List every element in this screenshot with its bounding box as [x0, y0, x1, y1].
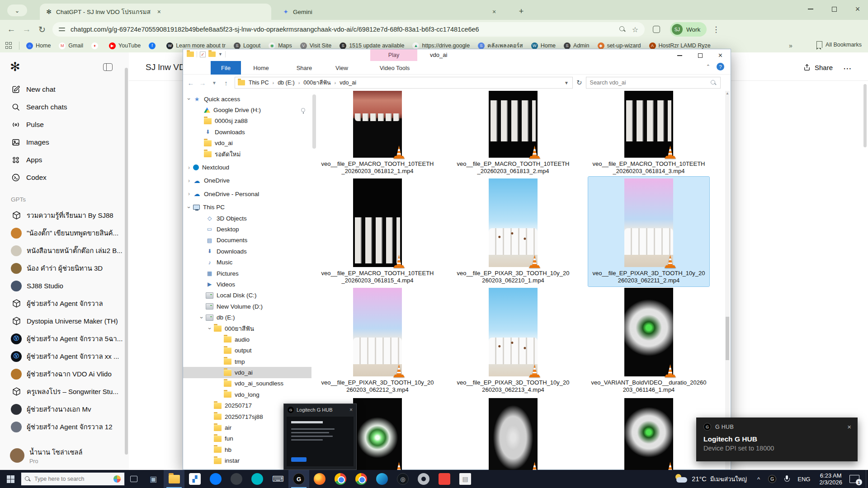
ghub-preview-popup[interactable]: G Logitech G HUB × [283, 404, 357, 470]
taskbar-app-icon[interactable] [226, 470, 247, 488]
all-bookmarks-button[interactable]: All Bookmarks [816, 41, 862, 48]
popup-close-icon[interactable]: × [349, 407, 353, 413]
file-item[interactable] [588, 396, 709, 470]
tab-close-icon[interactable]: × [490, 8, 498, 16]
ribbon-collapse-icon[interactable]: ⌃ [706, 64, 710, 70]
file-item[interactable]: veo__file_EP_MACRO_TOOTH_10TEETH_2026020… [317, 89, 438, 177]
action-center-icon[interactable]: 1 [849, 475, 859, 483]
explorer-search-input[interactable] [590, 80, 703, 86]
gpt-list-item[interactable]: Dystopia Universe Maker (TH) [0, 312, 127, 330]
sidebar-toggle-icon[interactable] [103, 63, 113, 71]
gpt-list-item[interactable]: รวมความรู้ที่เรียนมา By SJ88 [0, 206, 127, 224]
tree-item[interactable]: ▦ Pictures [183, 268, 311, 279]
bookmark-item[interactable]: ⌂ Home [26, 42, 51, 49]
taskbar-search-box[interactable] [21, 472, 125, 486]
tree-item[interactable]: tmp [183, 356, 311, 367]
recent-locations-icon[interactable]: ▼ [208, 80, 220, 85]
tree-item[interactable]: vdo_long [183, 389, 311, 400]
extensions-icon[interactable] [653, 26, 660, 33]
checkbox-icon[interactable]: ✓ [200, 52, 206, 57]
file-item[interactable]: veo__file_EP_PIXAR_3D_TOOTH_10y_20260203… [317, 286, 438, 396]
gpt-list-item[interactable]: ผู้ช่วยสร้างฉาก VDO Ai Vlido [0, 365, 127, 383]
tree-expander-icon[interactable] [186, 164, 192, 171]
files-scrollbar[interactable]: ▲ [725, 91, 730, 469]
address-bar[interactable]: ☆ [52, 22, 645, 37]
address-dropdown-icon[interactable]: ▼ [564, 80, 572, 85]
tree-expander-icon[interactable] [186, 191, 192, 197]
weather-widget[interactable]: 21°C มีเมฆส่วนใหญ่ [675, 474, 747, 484]
tree-item[interactable]: This PC [183, 202, 311, 213]
tab-close-icon[interactable]: × [155, 8, 163, 16]
file-item[interactable] [453, 396, 574, 470]
taskbar-app-icon[interactable]: ⌨ [268, 470, 288, 488]
tree-expander-icon[interactable] [198, 314, 205, 321]
breadcrumb-bar[interactable]: This PC› db (E:)› 000ยาสีฟัน› vdo_ai ▼ [235, 77, 573, 89]
language-indicator[interactable]: ENG [797, 476, 810, 483]
bookmark-item[interactable]: M Gmail [59, 42, 83, 49]
gpt-list-item[interactable]: ผู้ช่วยสร้าง Agent จักรวาล 12 [0, 418, 127, 436]
ribbon-tab-video-tools[interactable]: Video Tools [372, 61, 417, 75]
gpt-list-item[interactable]: Ⓥ ผู้ช่วยสร้าง Agent จักรวาล xx ... [0, 347, 127, 365]
taskbar-app-icon[interactable]: ◎ [392, 470, 413, 488]
taskbar-app-icon[interactable] [413, 470, 434, 488]
gpt-list-item[interactable]: SJ88 Studio [0, 277, 127, 295]
bookmark-item[interactable]: ♦ [91, 42, 101, 49]
url-input[interactable] [71, 26, 590, 33]
ghub-window-preview[interactable] [287, 417, 354, 466]
explorer-close-button[interactable]: × [710, 49, 731, 62]
sidebar-nav-item[interactable]: New chat [0, 80, 127, 98]
taskbar-app-icon[interactable]: ▣ [143, 470, 164, 488]
tree-expander-icon[interactable] [186, 204, 192, 211]
browser-maximize-button[interactable] [827, 3, 841, 15]
bookmark-item[interactable]: f [149, 42, 158, 49]
taskbar-app-icon[interactable]: G [288, 470, 309, 488]
sidebar-nav-item[interactable]: Apps [0, 151, 127, 169]
zoom-page-icon[interactable] [619, 26, 626, 33]
conversation-options-icon[interactable]: ⋯ [843, 63, 852, 74]
new-tab-button[interactable]: + [515, 5, 527, 17]
bookmark-star-icon[interactable]: ☆ [632, 25, 638, 34]
refresh-icon[interactable]: ↻ [576, 79, 582, 87]
explorer-search-box[interactable] [586, 77, 721, 89]
tree-item[interactable]: db (E:) [183, 312, 311, 323]
crumb-vdo-ai[interactable]: vdo_ai [340, 80, 356, 86]
bookmark-item[interactable]: W Learn more about tr [166, 42, 226, 49]
taskbar-app-icon[interactable] [351, 470, 372, 488]
tree-item[interactable]: Nextcloud [183, 162, 311, 173]
apps-grid-icon[interactable] [5, 42, 13, 49]
ghub-notification-toast[interactable]: G G HUB × Logitech G HUB Device DPI set … [696, 418, 858, 461]
bookmark-item[interactable]: S Logout [234, 42, 260, 49]
browser-menu-icon[interactable]: ⋮ [712, 25, 720, 34]
tree-item[interactable]: ♪ Music [183, 257, 311, 267]
gpt-list-item[interactable]: หนังสือนายหน้าตั๊กต๊อก เล่ม2 B... [0, 242, 127, 259]
tree-item[interactable]: ⬇ Downloads [183, 127, 311, 137]
search-highlights-icon[interactable] [113, 475, 121, 483]
tree-item[interactable]: Local Disk (C:) [183, 290, 311, 301]
browser-minimize-button[interactable] [804, 3, 817, 15]
tree-item[interactable]: 000ยาสีฟัน [183, 323, 311, 334]
bookmark-item[interactable]: A HostRzr LAMD Ryze [649, 42, 711, 49]
taskbar-app-icon[interactable] [330, 470, 351, 488]
forward-button[interactable]: → [19, 24, 34, 34]
bookmark-item[interactable]: ▶ YouTube [109, 42, 141, 49]
sidebar-nav-item[interactable]: Codex [0, 169, 127, 186]
file-item[interactable]: veo__file_EP_PIXAR_3D_TOOTH_10y_20260203… [453, 286, 574, 396]
browser-tab-gemini[interactable]: ✦ Gemini × [277, 4, 503, 20]
profile-chip[interactable]: SJ Work [670, 22, 707, 37]
tree-item[interactable]: ◇ 3D Objects [183, 213, 311, 224]
ribbon-contextual-play-tab[interactable]: Play [370, 49, 417, 61]
sidebar-nav-item[interactable]: Search chats [0, 98, 127, 116]
tree-item[interactable]: ☁ OneDrive [183, 175, 311, 186]
tree-item[interactable]: vdo_ai [183, 138, 311, 149]
ribbon-tab-view[interactable]: View [331, 61, 352, 75]
bookmark-item[interactable]: ◆ set-up-wizard [598, 42, 641, 49]
gpt-list-item[interactable]: "น้องตั๊ก" เขียนบทพูดขายสินค้... [0, 224, 127, 242]
folder-icon[interactable] [187, 52, 194, 57]
tree-expander-icon[interactable] [186, 178, 192, 184]
file-item[interactable]: veo__file_EP_MACRO_TOOTH_10TEETH_2026020… [317, 177, 438, 286]
ribbon-tab-home[interactable]: Home [247, 61, 275, 75]
tree-item[interactable]: ★ Quick access [183, 94, 311, 104]
file-item[interactable]: veo__file_EP_MACRO_TOOTH_10TEETH_2026020… [453, 89, 574, 177]
show-desktop-button[interactable] [866, 470, 868, 488]
bookmark-item[interactable]: ▲ https://drive.google [412, 42, 470, 49]
